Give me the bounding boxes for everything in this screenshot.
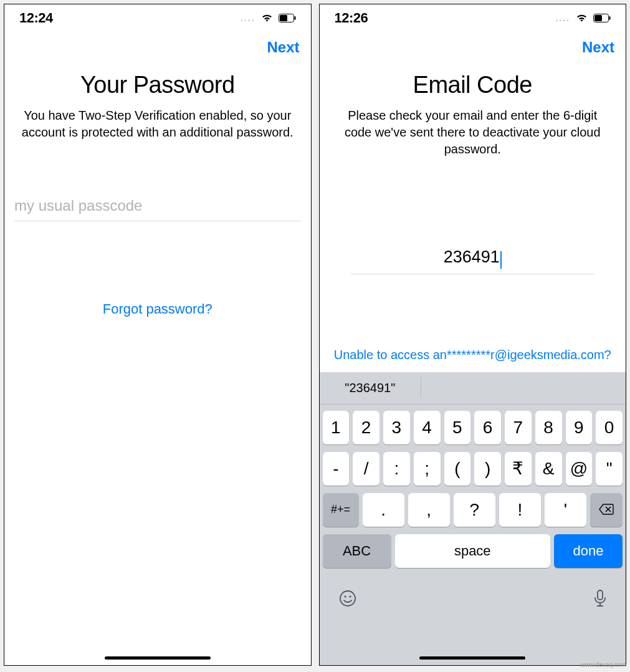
key-symbols-toggle[interactable]: #+= bbox=[323, 493, 359, 527]
microphone-icon[interactable] bbox=[593, 589, 607, 612]
emoji-icon[interactable] bbox=[338, 589, 357, 612]
cellular-dots-icon: .... bbox=[241, 13, 255, 23]
svg-rect-4 bbox=[594, 15, 602, 21]
status-bar: 12:26 .... bbox=[320, 4, 626, 32]
cellular-dots-icon: .... bbox=[555, 13, 570, 23]
key-2[interactable]: 2 bbox=[353, 411, 379, 444]
key-6[interactable]: 6 bbox=[474, 411, 501, 444]
key-9[interactable]: 9 bbox=[566, 411, 593, 444]
key-colon[interactable]: : bbox=[383, 452, 410, 486]
status-time: 12:24 bbox=[19, 10, 53, 26]
svg-point-8 bbox=[349, 595, 351, 597]
password-input[interactable] bbox=[14, 197, 301, 214]
battery-icon bbox=[593, 14, 611, 22]
keyboard-row-2: - / : ; ( ) ₹ & @ " bbox=[323, 452, 623, 486]
key-0[interactable]: 0 bbox=[596, 411, 623, 444]
page-title: Email Code bbox=[320, 72, 626, 98]
key-7[interactable]: 7 bbox=[505, 411, 532, 444]
home-indicator[interactable] bbox=[105, 656, 211, 660]
code-input[interactable]: 236491 bbox=[444, 247, 500, 266]
key-comma[interactable]: , bbox=[408, 493, 450, 527]
unable-to-access-link[interactable]: Unable to access an*********r@igeeksmedi… bbox=[320, 348, 626, 362]
key-backspace[interactable] bbox=[590, 493, 623, 527]
status-right: .... bbox=[555, 12, 611, 24]
suggestion-bar: "236491" bbox=[320, 372, 626, 405]
nav-bar: Next bbox=[320, 32, 626, 63]
forgot-password-link[interactable]: Forgot password? bbox=[4, 301, 311, 317]
key-space[interactable]: space bbox=[395, 534, 551, 568]
suggestion-item[interactable]: "236491" bbox=[320, 377, 422, 398]
svg-rect-2 bbox=[294, 16, 295, 20]
key-apostrophe[interactable]: ' bbox=[545, 493, 586, 527]
keyboard-row-4: ABC space done bbox=[323, 534, 623, 568]
key-5[interactable]: 5 bbox=[444, 411, 471, 444]
key-slash[interactable]: / bbox=[353, 452, 379, 486]
keyboard-bottom-row bbox=[320, 578, 626, 618]
key-3[interactable]: 3 bbox=[383, 411, 410, 444]
status-time: 12:26 bbox=[335, 10, 368, 26]
next-button[interactable]: Next bbox=[582, 39, 614, 56]
svg-point-6 bbox=[340, 591, 355, 606]
key-1[interactable]: 1 bbox=[323, 411, 350, 444]
home-indicator[interactable] bbox=[419, 656, 525, 660]
phone-screen-password: 12:24 .... Next Your Password You have T… bbox=[4, 4, 312, 666]
keyboard-row-3: #+= . , ? ! ' bbox=[323, 493, 623, 527]
key-dash[interactable]: - bbox=[323, 452, 350, 486]
key-period[interactable]: . bbox=[363, 493, 404, 527]
key-question[interactable]: ? bbox=[454, 493, 495, 527]
wifi-icon bbox=[260, 12, 274, 24]
key-paren-open[interactable]: ( bbox=[444, 452, 471, 486]
key-4[interactable]: 4 bbox=[414, 411, 441, 444]
key-8[interactable]: 8 bbox=[535, 411, 562, 444]
key-quote[interactable]: " bbox=[596, 452, 623, 486]
phone-screen-email-code: 12:26 .... Next Email Code Please check … bbox=[319, 4, 627, 666]
svg-point-7 bbox=[344, 595, 346, 597]
key-rupee[interactable]: ₹ bbox=[505, 452, 532, 486]
key-semicolon[interactable]: ; bbox=[414, 452, 441, 486]
battery-icon bbox=[279, 14, 296, 22]
key-at[interactable]: @ bbox=[566, 452, 593, 486]
key-done[interactable]: done bbox=[554, 534, 623, 568]
page-subtitle: Please check your email and enter the 6-… bbox=[320, 98, 626, 158]
key-paren-close[interactable]: ) bbox=[474, 452, 501, 486]
svg-rect-5 bbox=[609, 16, 611, 20]
key-exclaim[interactable]: ! bbox=[499, 493, 541, 527]
svg-rect-9 bbox=[598, 590, 603, 600]
keyboard: "236491" 1 2 3 4 5 6 7 8 9 0 - / : ; ( ) bbox=[320, 372, 626, 665]
keyboard-row-1: 1 2 3 4 5 6 7 8 9 0 bbox=[323, 411, 623, 444]
text-cursor bbox=[500, 251, 502, 269]
backspace-icon bbox=[598, 500, 614, 520]
svg-rect-1 bbox=[280, 15, 287, 21]
next-button[interactable]: Next bbox=[267, 39, 299, 56]
status-bar: 12:24 .... bbox=[4, 4, 311, 32]
keyboard-rows: 1 2 3 4 5 6 7 8 9 0 - / : ; ( ) ₹ & @ bbox=[320, 405, 626, 578]
password-input-wrap bbox=[14, 197, 301, 221]
page-subtitle: You have Two-Step Verification enabled, … bbox=[4, 98, 311, 141]
watermark: www.deuaq.com bbox=[581, 661, 626, 668]
key-abc[interactable]: ABC bbox=[323, 534, 391, 568]
status-right: .... bbox=[241, 12, 296, 24]
nav-bar: Next bbox=[4, 32, 311, 63]
code-input-wrap[interactable]: 236491 bbox=[351, 247, 595, 274]
key-ampersand[interactable]: & bbox=[535, 452, 562, 486]
page-title: Your Password bbox=[4, 72, 311, 98]
wifi-icon bbox=[575, 12, 588, 24]
